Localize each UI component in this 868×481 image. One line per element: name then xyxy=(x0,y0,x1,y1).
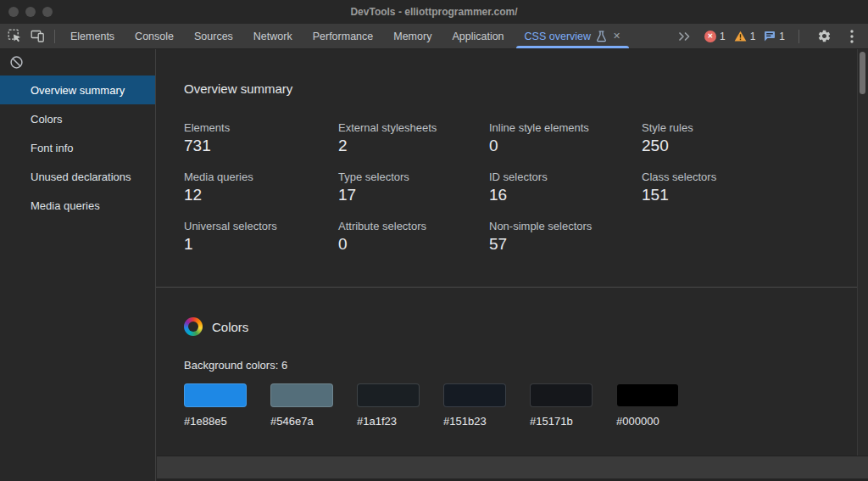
color-swatch[interactable] xyxy=(357,383,420,407)
sidebar-item-unused-declarations[interactable]: Unused declarations xyxy=(0,162,155,191)
tab-label: Application xyxy=(452,31,504,42)
stat-universal-selectors: Universal selectors1 xyxy=(184,220,338,254)
tab-elements[interactable]: Elements xyxy=(60,24,125,48)
zoom-window-button[interactable] xyxy=(42,7,53,17)
tab-label: Memory xyxy=(393,31,431,42)
tab-memory[interactable]: Memory xyxy=(383,24,442,48)
tab-network[interactable]: Network xyxy=(243,24,303,48)
window-title: DevTools - elliottprogrammer.com/ xyxy=(350,6,517,18)
sidebar-item-label: Unused declarations xyxy=(31,171,131,183)
toolbar-divider xyxy=(798,30,799,43)
tab-performance[interactable]: Performance xyxy=(303,24,384,48)
devtools-menu-button[interactable] xyxy=(844,25,860,48)
warning-count: 1 xyxy=(750,31,756,42)
color-swatch-item: #151b23 xyxy=(443,383,506,428)
stat-id-selectors: ID selectors16 xyxy=(489,171,642,204)
css-overview-panel: Overview summary Colors Font info Unused… xyxy=(0,49,868,481)
gear-icon xyxy=(817,29,832,43)
error-count: 1 xyxy=(720,31,726,42)
sidebar-item-label: Media queries xyxy=(31,199,100,212)
window-titlebar: DevTools - elliottprogrammer.com/ xyxy=(0,0,868,24)
colors-section: Colors Background colors: 6 #1e88e5 #546… xyxy=(156,288,857,428)
close-tab-icon[interactable]: ✕ xyxy=(613,31,620,42)
stat-external-stylesheets: External stylesheets2 xyxy=(338,121,489,155)
color-swatch[interactable] xyxy=(616,383,679,407)
tab-application[interactable]: Application xyxy=(442,24,514,48)
scrollbar-thumb[interactable] xyxy=(860,52,865,94)
devtools-toolbar: Elements Console Sources Network Perform… xyxy=(0,24,868,49)
color-hex-label: #000000 xyxy=(616,415,679,428)
error-badge[interactable]: ✕ 1 xyxy=(704,31,726,42)
vertical-scrollbar[interactable] xyxy=(857,49,868,481)
stat-style-rules: Style rules250 xyxy=(642,121,857,155)
sidebar-item-label: Overview summary xyxy=(31,84,125,97)
minimize-window-button[interactable] xyxy=(25,7,36,17)
block-icon xyxy=(9,55,24,70)
more-tabs-button[interactable] xyxy=(673,25,696,48)
tab-label: Performance xyxy=(313,31,374,42)
devtools-window: DevTools - elliottprogrammer.com/ Elemen… xyxy=(0,0,868,481)
toolbar-right-cluster: ✕ 1 1 1 xyxy=(673,25,863,48)
kebab-menu-icon xyxy=(850,30,854,43)
error-icon: ✕ xyxy=(704,31,716,42)
overview-summary-section: Overview summary Elements731 External st… xyxy=(156,49,857,288)
bottom-toolbar-strip xyxy=(157,456,868,478)
tab-label: CSS overview xyxy=(525,31,592,42)
section-title: Colors xyxy=(212,320,248,334)
stat-class-selectors: Class selectors151 xyxy=(642,171,857,204)
warning-icon xyxy=(734,31,747,42)
sidebar-toolbar xyxy=(0,49,155,76)
inspect-icon xyxy=(8,29,22,43)
color-hex-label: #1a1f23 xyxy=(357,415,420,428)
warning-badge[interactable]: 1 xyxy=(734,31,756,42)
color-swatch[interactable] xyxy=(184,383,247,407)
toolbar-divider xyxy=(54,30,55,43)
inspect-element-button[interactable] xyxy=(3,25,26,48)
stat-type-selectors: Type selectors17 xyxy=(338,171,489,204)
color-hex-label: #15171b xyxy=(530,415,593,428)
device-toolbar-icon xyxy=(31,29,45,43)
sidebar-item-overview-summary[interactable]: Overview summary xyxy=(0,76,155,104)
device-toolbar-button[interactable] xyxy=(26,25,49,48)
colors-section-header: Colors xyxy=(184,317,857,336)
stat-inline-style-elements: Inline style elements0 xyxy=(489,121,642,155)
stat-elements: Elements731 xyxy=(184,121,338,155)
tab-label: Sources xyxy=(194,31,233,42)
color-swatch-item: #15171b xyxy=(530,383,593,428)
css-overview-sidebar: Overview summary Colors Font info Unused… xyxy=(0,49,156,481)
experiment-flask-icon xyxy=(596,31,607,42)
issues-badge[interactable]: 1 xyxy=(764,31,785,42)
sidebar-item-font-info[interactable]: Font info xyxy=(0,133,155,162)
stat-attribute-selectors: Attribute selectors0 xyxy=(338,220,489,254)
color-swatch-item: #546e7a xyxy=(270,383,333,428)
clear-overview-button[interactable] xyxy=(9,55,24,70)
settings-button[interactable] xyxy=(813,25,836,48)
summary-stats-grid: Elements731 External stylesheets2 Inline… xyxy=(184,121,857,254)
tab-console[interactable]: Console xyxy=(125,24,184,48)
tab-css-overview[interactable]: CSS overview ✕ xyxy=(515,24,632,48)
tab-sources[interactable]: Sources xyxy=(184,24,243,48)
traffic-lights xyxy=(8,7,53,17)
background-colors-label: Background colors: 6 xyxy=(184,359,857,372)
stat-media-queries: Media queries12 xyxy=(184,171,338,204)
issues-count: 1 xyxy=(779,31,785,42)
color-hex-label: #546e7a xyxy=(270,415,333,428)
color-hex-label: #1e88e5 xyxy=(184,415,247,428)
color-swatch[interactable] xyxy=(530,383,593,407)
sidebar-item-media-queries[interactable]: Media queries xyxy=(0,191,155,220)
color-swatch-item: #1e88e5 xyxy=(184,383,247,428)
color-wheel-icon xyxy=(184,317,203,336)
sidebar-item-label: Font info xyxy=(31,142,74,154)
color-swatch-item: #000000 xyxy=(616,383,679,428)
tab-active-underline xyxy=(516,46,630,48)
background-color-swatches: #1e88e5 #546e7a #1a1f23 #151b23 xyxy=(184,383,857,428)
chevron-double-right-icon xyxy=(677,31,691,42)
color-swatch-item: #1a1f23 xyxy=(357,383,420,428)
css-overview-content: Overview summary Elements731 External st… xyxy=(156,49,857,481)
close-window-button[interactable] xyxy=(8,7,19,17)
color-swatch[interactable] xyxy=(443,383,506,407)
section-title: Overview summary xyxy=(184,81,857,96)
tab-label: Console xyxy=(135,31,174,42)
color-swatch[interactable] xyxy=(270,383,333,407)
sidebar-item-colors[interactable]: Colors xyxy=(0,104,155,133)
